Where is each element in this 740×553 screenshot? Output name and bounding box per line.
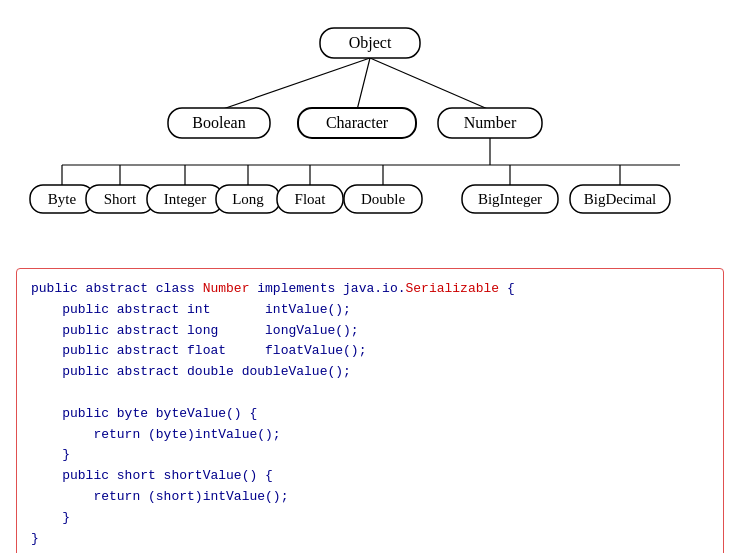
boolean-node-label: Boolean: [192, 114, 245, 131]
svg-line-0: [220, 58, 370, 110]
code-line-11: return (short)intValue();: [31, 487, 709, 508]
code-line-6: [31, 383, 709, 404]
code-line-7: public byte byteValue() {: [31, 404, 709, 425]
character-node-label: Character: [326, 114, 389, 131]
code-line-3: public abstract long longValue();: [31, 321, 709, 342]
code-line-4: public abstract float floatValue();: [31, 341, 709, 362]
code-line-10: public short shortValue() {: [31, 466, 709, 487]
number-node-label: Number: [464, 114, 517, 131]
biginteger-node-label: BigInteger: [478, 191, 542, 207]
code-line-5: public abstract double doubleValue();: [31, 362, 709, 383]
hierarchy-svg: Object Boolean Character Number Byte Sho…: [0, 0, 740, 260]
integer-node-label: Integer: [164, 191, 206, 207]
code-block: public abstract class Number implements …: [16, 268, 724, 553]
code-line-2: public abstract int intValue();: [31, 300, 709, 321]
code-line-13: }: [31, 529, 709, 550]
object-node-label: Object: [349, 34, 392, 52]
class-hierarchy-diagram: Object Boolean Character Number Byte Sho…: [0, 0, 740, 260]
code-line-1: public abstract class Number implements …: [31, 279, 709, 300]
short-node-label: Short: [104, 191, 137, 207]
float-node-label: Float: [295, 191, 327, 207]
double-node-label: Double: [361, 191, 406, 207]
code-line-12: }: [31, 508, 709, 529]
bigdecimal-node-label: BigDecimal: [584, 191, 656, 207]
svg-line-1: [357, 58, 370, 110]
code-line-9: }: [31, 445, 709, 466]
byte-node-label: Byte: [48, 191, 77, 207]
svg-line-2: [370, 58, 490, 110]
long-node-label: Long: [232, 191, 264, 207]
code-line-8: return (byte)intValue();: [31, 425, 709, 446]
